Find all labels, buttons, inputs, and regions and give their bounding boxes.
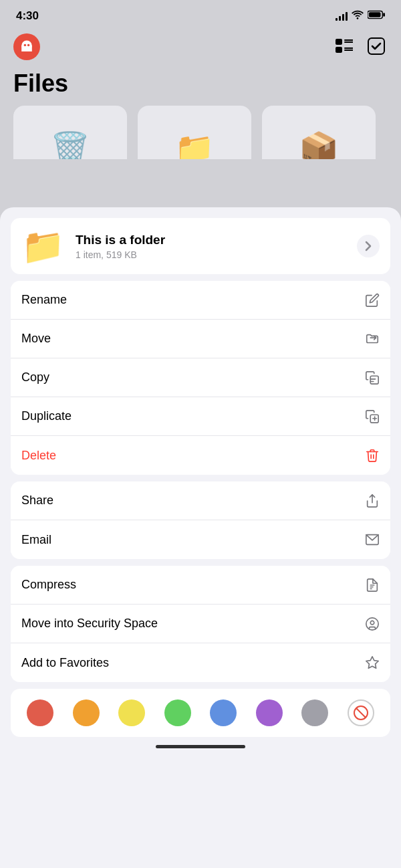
file-info: This is a folder 1 item, 519 KB	[76, 233, 346, 260]
email-button[interactable]: Email	[11, 520, 390, 559]
compress-icon	[365, 578, 380, 592]
svg-point-5	[24, 44, 26, 46]
menu-group-2: Share Email	[11, 481, 390, 559]
share-button[interactable]: Share	[11, 481, 390, 520]
app-logo	[13, 33, 40, 60]
header-actions	[333, 35, 388, 60]
signal-icon	[336, 11, 348, 21]
menu-group-3: Compress Move into Security Space	[11, 566, 390, 682]
star-icon	[365, 655, 380, 670]
svg-rect-2	[369, 12, 381, 17]
color-red[interactable]	[27, 699, 53, 726]
email-icon	[365, 532, 380, 547]
color-gray[interactable]	[301, 699, 328, 726]
svg-rect-8	[336, 47, 342, 53]
svg-line-30	[356, 708, 366, 718]
move-button[interactable]: Move	[11, 320, 390, 358]
battery-icon	[368, 10, 385, 22]
delete-icon	[365, 448, 380, 463]
page-title-area: Files	[0, 67, 401, 106]
color-green[interactable]	[164, 699, 191, 726]
svg-marker-28	[366, 657, 378, 668]
file-chevron-button[interactable]	[357, 235, 380, 257]
header	[0, 28, 401, 67]
color-none[interactable]	[348, 699, 374, 726]
file-meta: 1 item, 519 KB	[76, 249, 346, 260]
copy-button[interactable]: Copy	[11, 358, 390, 397]
duplicate-button[interactable]: Duplicate	[11, 397, 390, 436]
status-bar: 4:30	[0, 0, 401, 28]
file-name: This is a folder	[76, 233, 346, 247]
bottom-sheet: 📁 This is a folder 1 item, 519 KB Rename…	[0, 207, 401, 868]
folder-thumbs-row: 🗑️ 📁 📦	[0, 106, 401, 159]
share-icon	[365, 494, 380, 508]
security-icon	[365, 617, 380, 631]
svg-point-26	[366, 617, 378, 629]
duplicate-icon	[365, 409, 380, 424]
folder-thumb-trash[interactable]: 🗑️	[13, 106, 127, 159]
wifi-icon	[352, 10, 364, 22]
svg-rect-15	[370, 376, 378, 384]
move-icon	[365, 332, 380, 346]
color-blue[interactable]	[210, 699, 237, 726]
svg-rect-4	[21, 45, 32, 51]
file-icon: 📁	[21, 229, 65, 263]
color-picker	[11, 689, 390, 737]
rename-button[interactable]: Rename	[11, 281, 390, 320]
svg-rect-1	[383, 13, 385, 17]
rename-icon	[365, 293, 380, 308]
color-yellow[interactable]	[118, 699, 145, 726]
color-orange[interactable]	[73, 699, 100, 726]
status-icons	[336, 10, 385, 22]
svg-rect-13	[368, 38, 384, 54]
favorites-button[interactable]: Add to Favorites	[11, 643, 390, 682]
home-indicator	[156, 745, 245, 748]
menu-group-1: Rename Move Copy	[11, 281, 390, 475]
svg-point-27	[370, 621, 374, 625]
folder-thumb-blue[interactable]: 📁	[138, 106, 251, 159]
status-time: 4:30	[16, 9, 39, 23]
page-title: Files	[13, 70, 388, 98]
select-button[interactable]	[365, 35, 388, 60]
copy-icon	[365, 370, 380, 385]
security-space-button[interactable]: Move into Security Space	[11, 605, 390, 643]
folder-thumb-archive[interactable]: 📦	[262, 106, 376, 159]
svg-point-6	[27, 44, 29, 46]
list-view-button[interactable]	[333, 36, 356, 58]
color-purple[interactable]	[256, 699, 283, 726]
delete-button[interactable]: Delete	[11, 436, 390, 475]
file-header: 📁 This is a folder 1 item, 519 KB	[11, 218, 390, 274]
compress-button[interactable]: Compress	[11, 566, 390, 605]
svg-rect-7	[336, 39, 342, 45]
